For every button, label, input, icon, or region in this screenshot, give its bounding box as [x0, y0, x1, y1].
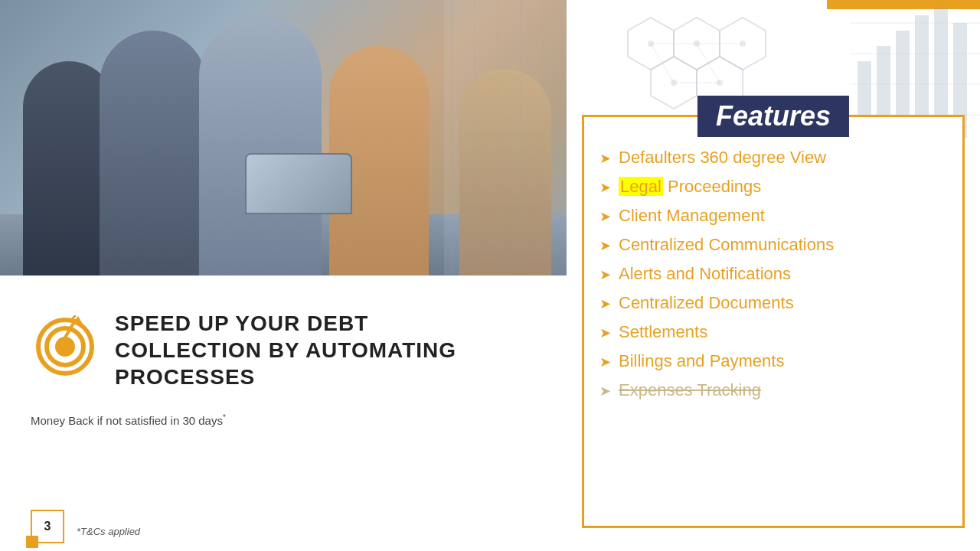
feature-text: Alerts and Notifications	[619, 264, 791, 284]
feature-text: Billings and Payments	[619, 351, 784, 371]
svg-point-8	[55, 337, 75, 357]
list-arrow-icon: ➤	[599, 324, 611, 341]
feature-text: Defaulters 360 degree View	[619, 148, 826, 168]
features-title-wrap: Features	[697, 96, 849, 137]
list-arrow-icon: ➤	[599, 383, 611, 399]
right-panel: Features ➤ Defaulters 360 degree View ➤ …	[567, 0, 980, 551]
features-box: Features ➤ Defaulters 360 degree View ➤ …	[582, 115, 965, 528]
feature-text: Centralized Communications	[619, 235, 834, 255]
list-arrow-icon: ➤	[599, 354, 611, 370]
list-item: ➤ Centralized Communications	[599, 235, 939, 255]
list-arrow-icon: ➤	[599, 266, 611, 283]
feature-list: ➤ Defaulters 360 degree View ➤ Legal Pro…	[599, 148, 939, 400]
list-item: ➤ Settlements	[599, 322, 939, 342]
list-arrow-icon: ➤	[599, 295, 611, 312]
target-icon	[31, 310, 100, 379]
list-item: ➤ Alerts and Notifications	[599, 264, 939, 284]
list-item: ➤ Defaulters 360 degree View	[599, 148, 939, 168]
list-item: ➤ Legal Proceedings	[599, 177, 939, 197]
feature-text-dimmed: Expenses Tracking	[619, 380, 761, 400]
money-back-text: Money Back if not satisfied in 30 days*	[31, 413, 536, 427]
list-arrow-icon: ➤	[599, 237, 611, 254]
svg-rect-0	[444, 0, 567, 276]
feature-text: Client Management	[619, 206, 765, 226]
terms-text: *T&Cs applied	[77, 526, 140, 537]
list-item: ➤ Centralized Documents	[599, 293, 939, 313]
features-title: Features	[697, 96, 849, 137]
tagline-area: SPEED UP YOUR DEBT COLLECTION BY AUTOMAT…	[31, 310, 536, 390]
list-item: ➤ Client Management	[599, 206, 939, 226]
tagline-line2: COLLECTION BY AUTOMATING	[115, 337, 456, 364]
legal-highlight: Legal	[619, 177, 663, 196]
tagline-text: SPEED UP YOUR DEBT COLLECTION BY AUTOMAT…	[115, 310, 456, 390]
list-item: ➤ Billings and Payments	[599, 351, 939, 371]
page-number: 3	[31, 510, 64, 543]
feature-text: Legal Proceedings	[619, 177, 761, 197]
feature-text: Settlements	[619, 322, 707, 342]
list-item-dimmed: ➤ Expenses Tracking	[599, 380, 939, 400]
list-arrow-icon: ➤	[599, 179, 611, 196]
tagline-line3: PROCESSES	[115, 364, 456, 390]
list-arrow-icon: ➤	[599, 208, 611, 225]
tagline-line1: SPEED UP YOUR DEBT	[115, 310, 456, 337]
feature-text: Centralized Documents	[619, 293, 794, 313]
svg-line-36	[697, 44, 720, 83]
bottom-content: SPEED UP YOUR DEBT COLLECTION BY AUTOMAT…	[0, 287, 567, 551]
svg-line-35	[651, 44, 674, 83]
left-panel: SPEED UP YOUR DEBT COLLECTION BY AUTOMAT…	[0, 0, 567, 551]
hero-image	[0, 0, 567, 276]
svg-line-11	[72, 316, 75, 319]
list-arrow-icon: ➤	[599, 150, 611, 167]
